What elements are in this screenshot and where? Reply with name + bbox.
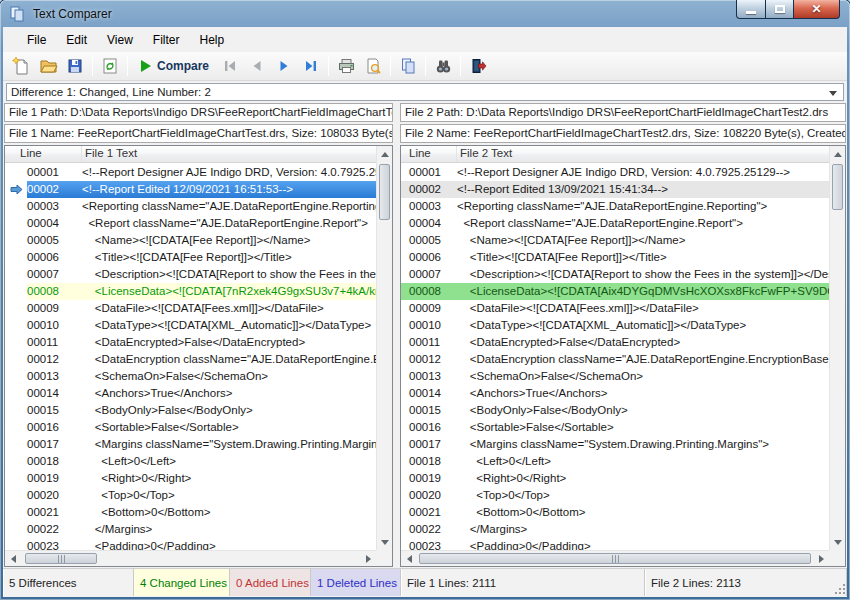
diff-row-left[interactable]: 00018 <Left>0</Left> [5, 453, 376, 470]
diff-row-right[interactable]: 00005 <Name><![CDATA[Fee Report]]></Name… [401, 232, 829, 249]
diff-row-right[interactable]: 00022 </Margins> [401, 521, 829, 538]
diff-row-left[interactable]: 00006 <Title><![CDATA[Fee Report]]></Tit… [5, 249, 376, 266]
previous-difference-button[interactable] [244, 54, 270, 79]
find-button[interactable] [430, 54, 456, 79]
diff-row-right[interactable]: 00013 <SchemaOn>False</SchemaOn> [401, 368, 829, 385]
diff-row-right[interactable]: 00011 <DataEncrypted>False</DataEncrypte… [401, 334, 829, 351]
row-gutter [5, 368, 27, 385]
menu-edit[interactable]: Edit [56, 30, 97, 50]
right-vertical-scrollbar[interactable] [829, 146, 845, 550]
right-horizontal-scrollbar[interactable] [401, 550, 829, 566]
diff-row-left[interactable]: 00003<Reporting className="AJE.DataRepor… [5, 198, 376, 215]
diff-row-right[interactable]: 00012 <DataEncryption className="AJE.Dat… [401, 351, 829, 368]
save-button[interactable] [62, 54, 88, 79]
next-difference-button[interactable] [271, 54, 297, 79]
diff-row-left[interactable]: 00022 </Margins> [5, 521, 376, 538]
toolbar-separator [390, 56, 391, 76]
refresh-button[interactable] [97, 54, 123, 79]
diff-row-left[interactable]: 00010 <DataType><![CDATA[XML_Automatic]]… [5, 317, 376, 334]
right-vscroll-thumb[interactable] [832, 164, 843, 210]
scroll-left-icon[interactable] [401, 551, 417, 567]
menu-help[interactable]: Help [190, 30, 235, 50]
scroll-up-icon[interactable] [377, 146, 393, 162]
minimize-button[interactable] [736, 0, 766, 19]
diff-row-right[interactable]: 00010 <DataType><![CDATA[XML_Automatic]]… [401, 317, 829, 334]
line-text: <Right>0</Right> [457, 470, 829, 487]
first-difference-button[interactable] [217, 54, 243, 79]
line-text: <Margins className="System.Drawing.Print… [82, 436, 376, 453]
diff-row-left[interactable]: 00009 <DataFile><![CDATA[Fees.xml]]></Da… [5, 300, 376, 317]
diff-row-right[interactable]: 00014 <Anchors>True</Anchors> [401, 385, 829, 402]
print-button[interactable] [333, 54, 359, 79]
diff-row-right[interactable]: 00004 <Report className="AJE.DataReportE… [401, 215, 829, 232]
diff-row-left[interactable]: 00011 <DataEncrypted>False</DataEncrypte… [5, 334, 376, 351]
diff-row-right[interactable]: 00003<Reporting className="AJE.DataRepor… [401, 198, 829, 215]
column-header-line[interactable]: Line [5, 146, 82, 162]
scroll-left-icon[interactable] [5, 551, 21, 567]
difference-selector[interactable]: Difference 1: Changed, Line Number: 2 [6, 83, 844, 101]
copy-button[interactable] [395, 54, 421, 79]
column-header-file1-text[interactable]: File 1 Text [82, 146, 392, 162]
menu-filter[interactable]: Filter [143, 30, 190, 50]
titlebar[interactable]: Text Comparer ✕ [3, 0, 847, 27]
column-header-line[interactable]: Line [401, 146, 457, 162]
menu-file[interactable]: File [17, 30, 56, 50]
close-button[interactable]: ✕ [794, 0, 840, 19]
diff-row-right[interactable]: 00019 <Right>0</Right> [401, 470, 829, 487]
diff-row-right[interactable]: 00015 <BodyOnly>False</BodyOnly> [401, 402, 829, 419]
open-file-button[interactable] [35, 54, 61, 79]
diff-row-left[interactable]: 00016 <Sortable>False</Sortable> [5, 419, 376, 436]
scroll-up-icon[interactable] [830, 146, 846, 162]
diff-row-left[interactable]: 00023 <Padding>0</Padding> [5, 538, 376, 550]
diff-row-right[interactable]: 00021 <Bottom>0</Bottom> [401, 504, 829, 521]
diff-row-left[interactable]: 00017 <Margins className="System.Drawing… [5, 436, 376, 453]
diff-row-left[interactable]: 00015 <BodyOnly>False</BodyOnly> [5, 402, 376, 419]
diff-row-right[interactable]: 00008 <LicenseData><![CDATA[Aix4DYGqDMVs… [401, 283, 829, 300]
column-header-file2-text[interactable]: File 2 Text [457, 146, 845, 162]
menu-view[interactable]: View [97, 30, 143, 50]
scroll-right-icon[interactable] [813, 551, 829, 567]
maximize-button[interactable] [766, 0, 794, 19]
diff-row-left[interactable]: 00012 <DataEncryption className="AJE.Dat… [5, 351, 376, 368]
diff-row-left[interactable]: 00007 <Description><![CDATA[Report to sh… [5, 266, 376, 283]
diff-row-right[interactable]: 00018 <Left>0</Left> [401, 453, 829, 470]
diff-row-right[interactable]: 00016 <Sortable>False</Sortable> [401, 419, 829, 436]
scroll-down-icon[interactable] [377, 534, 393, 550]
diff-row-left[interactable]: 00008 <LicenseData><![CDATA[7nR2xek4G9gx… [5, 283, 376, 300]
diff-row-left[interactable]: 00001<!--Report Designer AJE Indigo DRD,… [5, 164, 376, 181]
diff-row-left[interactable]: 00005 <Name><![CDATA[Fee Report]]></Name… [5, 232, 376, 249]
last-difference-button[interactable] [298, 54, 324, 79]
diff-row-right[interactable]: 00020 <Top>0</Top> [401, 487, 829, 504]
left-hscroll-thumb[interactable] [25, 553, 97, 564]
exit-button[interactable] [465, 54, 491, 79]
diff-row-left[interactable]: 00004 <Report className="AJE.DataReportE… [5, 215, 376, 232]
resize-grip-icon[interactable] [833, 582, 845, 594]
diff-row-left[interactable]: 00013 <SchemaOn>False</SchemaOn> [5, 368, 376, 385]
diff-row-right[interactable]: 00007 <Description><![CDATA[Report to sh… [401, 266, 829, 283]
right-hscroll-thumb[interactable] [419, 553, 811, 564]
pane-splitter[interactable] [393, 145, 400, 567]
diff-row-left[interactable]: 00021 <Bottom>0</Bottom> [5, 504, 376, 521]
row-gutter [5, 538, 27, 550]
compare-button[interactable]: Compare [132, 54, 216, 79]
diff-row-right[interactable]: 00017 <Margins className="System.Drawing… [401, 436, 829, 453]
line-number: 00016 [401, 419, 457, 436]
row-gutter [5, 198, 27, 215]
diff-row-left[interactable]: 00020 <Top>0</Top> [5, 487, 376, 504]
left-vertical-scrollbar[interactable] [376, 146, 392, 550]
left-horizontal-scrollbar[interactable] [5, 550, 376, 566]
diff-row-right[interactable]: 00006 <Title><![CDATA[Fee Report]]></Tit… [401, 249, 829, 266]
diff-row-left[interactable]: 00019 <Right>0</Right> [5, 470, 376, 487]
diff-row-right[interactable]: 00023 <Padding>0</Padding> [401, 538, 829, 550]
scroll-right-icon[interactable] [360, 551, 376, 567]
diff-row-right[interactable]: 00009 <DataFile><![CDATA[Fees.xml]]></Da… [401, 300, 829, 317]
difference-selector-value: Difference 1: Changed, Line Number: 2 [11, 86, 211, 98]
diff-row-left[interactable]: 00002<!--Report Edited 12/09/2021 16:51:… [5, 181, 376, 198]
diff-row-right[interactable]: 00001<!--Report Designer AJE Indigo DRD,… [401, 164, 829, 181]
left-vscroll-thumb[interactable] [379, 164, 390, 220]
new-file-button[interactable] [8, 54, 34, 79]
print-preview-button[interactable] [360, 54, 386, 79]
diff-row-left[interactable]: 00014 <Anchors>True</Anchors> [5, 385, 376, 402]
diff-row-right[interactable]: 00002<!--Report Edited 13/09/2021 15:41:… [401, 181, 829, 198]
scroll-down-icon[interactable] [830, 534, 846, 550]
